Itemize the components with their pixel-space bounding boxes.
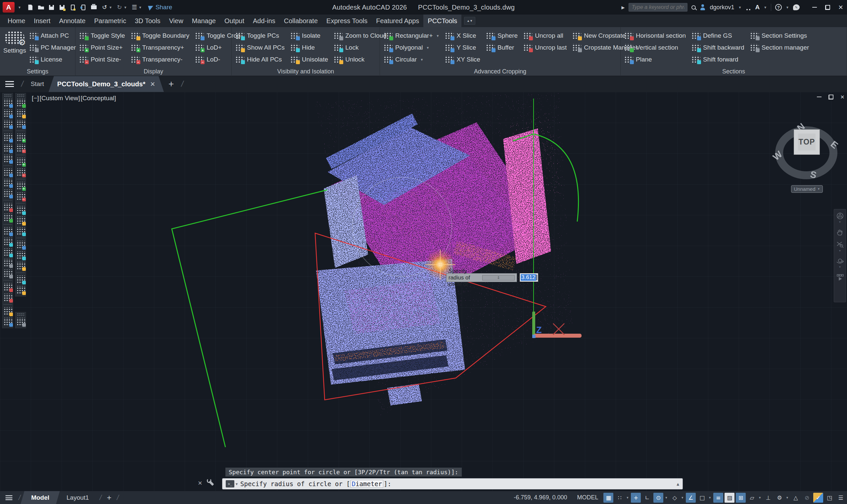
ribbon-item-shift-backward[interactable]: Shift backward bbox=[691, 42, 744, 54]
tab-layout1[interactable]: Layout1 bbox=[58, 491, 98, 504]
help-search-box[interactable] bbox=[628, 3, 688, 12]
close-tab-icon[interactable]: ✕ bbox=[150, 80, 155, 88]
ribbon-item-toggle-style[interactable]: Toggle Style bbox=[79, 30, 125, 42]
ribbon-item-xy-slice[interactable]: XY Slice bbox=[445, 54, 480, 66]
ribbon-item-point-size[interactable]: +Point Size+ bbox=[79, 42, 125, 54]
app-menu-chevron-icon[interactable]: ▼ bbox=[18, 6, 21, 9]
status-toggle-polar-tracking-chevron-icon[interactable]: ▼ bbox=[664, 496, 668, 499]
toolbar-button-lock[interactable] bbox=[16, 275, 25, 284]
toolbar-grip[interactable] bbox=[17, 313, 24, 316]
status-toggle-workspace-switching-chevron-icon[interactable]: ▼ bbox=[786, 496, 789, 499]
autodesk-mark-icon[interactable]: A bbox=[755, 4, 760, 11]
ribbon-item-sphere[interactable]: Sphere bbox=[486, 30, 518, 42]
ribbon-item-uncrop-last[interactable]: Uncrop last bbox=[523, 42, 567, 54]
app-store-cart-icon[interactable] bbox=[745, 5, 751, 10]
toolbar-button-toggle-style[interactable] bbox=[16, 99, 25, 107]
tab-annotate[interactable]: Annotate bbox=[55, 15, 90, 27]
toolbar-button-isolate[interactable] bbox=[16, 241, 25, 249]
viewport-visual-style-control[interactable]: [Conceptual] bbox=[81, 94, 116, 102]
search-input[interactable] bbox=[632, 4, 685, 10]
ribbon-item-y-slice[interactable]: Y Slice bbox=[445, 42, 480, 54]
tab-start[interactable]: Start bbox=[26, 80, 49, 88]
command-close-icon[interactable]: × bbox=[198, 479, 202, 487]
tab-view[interactable]: View bbox=[165, 15, 188, 27]
pan-hand-icon[interactable] bbox=[836, 228, 844, 236]
toolbar-button-toggle-crop[interactable] bbox=[16, 120, 25, 128]
ribbon-item-transparency[interactable]: −Transparency- bbox=[131, 54, 190, 66]
toolbar-button-hide-all-pcs[interactable] bbox=[16, 227, 25, 235]
tab-featured-apps[interactable]: Featured Apps bbox=[372, 15, 424, 27]
qat-customize-chevron-icon[interactable]: ▼ bbox=[139, 6, 142, 9]
ribbon-item-attach-pc[interactable]: Attach PC bbox=[29, 30, 76, 42]
model-space-button[interactable]: MODEL bbox=[573, 494, 602, 501]
doc-tabs-menu-icon[interactable] bbox=[5, 81, 14, 87]
tab-3d-tools[interactable]: 3D Tools bbox=[131, 15, 165, 27]
new-tab-button[interactable]: + bbox=[169, 79, 174, 89]
ribbon-item-license[interactable]: License bbox=[29, 54, 76, 66]
ribbon-item-toggle-boundary[interactable]: Toggle Boundary bbox=[131, 30, 190, 42]
search-icon[interactable] bbox=[691, 5, 696, 10]
redo-chevron-icon[interactable]: ▼ bbox=[124, 6, 127, 9]
undo-icon[interactable]: ↺ bbox=[101, 4, 108, 11]
toolbar-button-vertical-section[interactable] bbox=[3, 214, 12, 222]
redo-icon[interactable]: ↻ bbox=[116, 4, 123, 11]
tab-active-document[interactable]: PCCTools_Demo_3_clouds* ✕ bbox=[49, 76, 164, 92]
viewcube-view-name[interactable]: Unnamed ▼ bbox=[791, 185, 823, 193]
ribbon-item-show-all-pcs[interactable]: Show All PCs bbox=[235, 42, 284, 54]
toolbar-button-section-settings[interactable] bbox=[3, 259, 12, 267]
status-toggle-snap-mode-chevron-icon[interactable]: ▼ bbox=[626, 496, 629, 499]
command-keyword-diameter[interactable]: Diameter bbox=[350, 480, 384, 488]
tab-collaborate[interactable]: Collaborate bbox=[280, 15, 322, 27]
toolbar-grip[interactable] bbox=[17, 94, 24, 97]
toolbar-button-lod-minus[interactable]: − bbox=[16, 193, 25, 201]
ribbon-item-rectangular[interactable]: Rectangular+▼ bbox=[383, 30, 439, 42]
ribbon-item-zoom-to-cloud[interactable]: Zoom to Cloud bbox=[333, 30, 386, 42]
toolbar-button-y-slice[interactable] bbox=[3, 144, 12, 152]
status-toggle-snap-grid[interactable]: ▦ bbox=[603, 493, 613, 503]
ribbon-item-vertical-section[interactable]: Vertical section bbox=[624, 42, 686, 54]
status-toggle-3d-object-snap-chevron-icon[interactable]: ▼ bbox=[758, 496, 761, 499]
toolbar-button-rectangular-crop[interactable] bbox=[3, 99, 12, 107]
toolbar-button-unisolate[interactable] bbox=[16, 262, 25, 270]
save-as-icon[interactable] bbox=[59, 4, 66, 11]
open-from-mobile-icon[interactable] bbox=[80, 4, 87, 11]
status-toggle-object-snap-tracking[interactable]: ∠ bbox=[686, 493, 696, 503]
toolbar-button-zoom-to-cloud[interactable] bbox=[16, 318, 25, 326]
new-layout-button[interactable]: + bbox=[107, 493, 111, 502]
status-toggle-polar-tracking[interactable]: ⊙ bbox=[653, 493, 663, 503]
toolbar-button-point-size-minus[interactable]: − bbox=[16, 144, 25, 152]
share-button[interactable]: Share bbox=[149, 4, 172, 11]
chevron-down-icon[interactable]: ▼ bbox=[426, 46, 429, 50]
username[interactable]: dgorkov1 bbox=[710, 4, 734, 11]
doc-restore-button[interactable] bbox=[829, 95, 833, 99]
ribbon-item-point-size[interactable]: −Point Size- bbox=[79, 54, 125, 66]
feedback-bubble-icon[interactable]: ✎ bbox=[793, 4, 800, 10]
help-icon[interactable]: ? bbox=[775, 4, 782, 11]
toolbar-button-new-cropstate[interactable] bbox=[3, 307, 12, 316]
status-toggle-customization[interactable]: ☰ bbox=[836, 493, 846, 503]
tab-express-tools[interactable]: Express Tools bbox=[322, 15, 372, 27]
tab-add-ins[interactable]: Add-ins bbox=[248, 15, 280, 27]
status-toggle-selection-cycling[interactable]: ⊞ bbox=[736, 493, 746, 503]
status-toggle-dynamic-ucs[interactable]: ⊥ bbox=[763, 493, 773, 503]
status-toggle-dynamic-input[interactable]: + bbox=[631, 493, 641, 503]
toolbar-button-polygonal-crop[interactable] bbox=[3, 109, 12, 118]
toolbar-button-point-size-plus[interactable]: + bbox=[16, 133, 25, 142]
toolbar-button-plane-section[interactable] bbox=[3, 179, 12, 187]
status-toggle-transparency[interactable]: ▨ bbox=[725, 493, 734, 503]
ribbon-item-isolate[interactable]: Isolate bbox=[290, 30, 328, 42]
zoom-icon[interactable]: ▼ bbox=[836, 241, 844, 252]
qat-customize-icon[interactable]: ☰ bbox=[131, 4, 138, 11]
status-toggle-3d-object-snap[interactable]: ▱ bbox=[747, 493, 757, 503]
toolbar-button-transparency-minus[interactable]: − bbox=[16, 168, 25, 177]
viewport-view-control[interactable]: [Custom View] bbox=[40, 94, 80, 102]
dynamic-input-options-icon[interactable]: ⇩ bbox=[482, 275, 515, 281]
toolbar-button-uncrop-last[interactable] bbox=[3, 283, 12, 291]
ribbon-item-shift-forward[interactable]: Shift forward bbox=[691, 54, 744, 66]
ribbon-item-section-manager[interactable]: Section manager bbox=[750, 42, 809, 54]
show-motion-icon[interactable] bbox=[836, 273, 844, 281]
help-menu-chevron-icon[interactable]: ▼ bbox=[786, 6, 789, 9]
qnew-icon[interactable] bbox=[27, 4, 34, 11]
tab-output[interactable]: Output bbox=[220, 15, 248, 27]
toolbar-button-cropstate-manager[interactable] bbox=[3, 318, 12, 326]
